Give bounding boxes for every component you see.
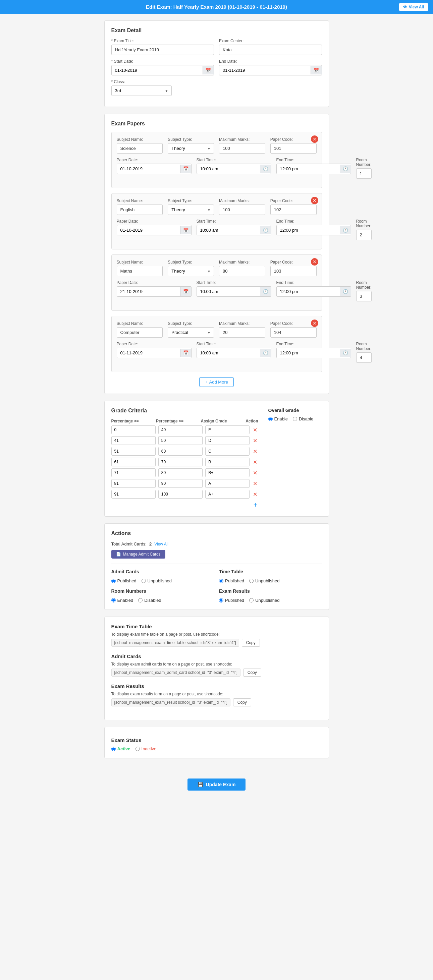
- paper3-start-time-input[interactable]: [197, 286, 260, 296]
- grade2-assign-input[interactable]: [205, 436, 250, 445]
- view-all-button[interactable]: 👁 View All: [399, 3, 428, 11]
- grade7-assign-input[interactable]: [205, 490, 250, 498]
- paper2-start-time-clock-icon[interactable]: 🕐: [260, 226, 271, 234]
- time-table-published-label[interactable]: Published: [219, 578, 244, 583]
- grade6-delete-button[interactable]: ✕: [252, 480, 258, 487]
- paper4-room-number-input[interactable]: [356, 352, 372, 363]
- paper1-start-time-input[interactable]: [197, 164, 260, 174]
- paper2-end-time-input[interactable]: [277, 225, 340, 235]
- grade2-pct-lte-input[interactable]: [158, 436, 202, 445]
- paper3-start-time-clock-icon[interactable]: 🕐: [260, 287, 271, 296]
- room-numbers-enabled-radio[interactable]: [111, 598, 116, 603]
- time-table-unpublished-label[interactable]: Unpublished: [249, 578, 279, 583]
- paper4-paper-date-cal-icon[interactable]: 📅: [180, 349, 191, 357]
- grade4-delete-button[interactable]: ✕: [252, 458, 258, 466]
- paper3-subject-type-select[interactable]: Theory Practical: [168, 266, 214, 276]
- room-numbers-enabled-label[interactable]: Enabled: [111, 598, 134, 603]
- grade6-assign-input[interactable]: [205, 479, 250, 488]
- paper3-end-time-field[interactable]: 🕐: [276, 286, 351, 297]
- paper3-subject-name-input[interactable]: [117, 266, 163, 276]
- paper3-end-time-clock-icon[interactable]: 🕐: [340, 287, 351, 296]
- start-date-field[interactable]: 📅: [111, 65, 214, 75]
- grade7-pct-gte-input[interactable]: [111, 490, 156, 498]
- remove-paper-1-button[interactable]: ✕: [311, 135, 318, 143]
- paper4-start-time-field[interactable]: 🕐: [197, 348, 271, 358]
- paper3-start-time-field[interactable]: 🕐: [197, 286, 271, 297]
- admit-cards-copy-button[interactable]: Copy: [243, 668, 261, 676]
- paper2-paper-date-cal-icon[interactable]: 📅: [180, 226, 191, 234]
- paper1-end-time-input[interactable]: [277, 164, 340, 174]
- paper2-end-time-clock-icon[interactable]: 🕐: [340, 226, 351, 234]
- paper3-room-number-input[interactable]: [356, 291, 372, 301]
- exam-results-copy-button[interactable]: Copy: [233, 698, 251, 706]
- exam-status-active-radio[interactable]: [111, 747, 116, 751]
- grade6-pct-lte-input[interactable]: [158, 479, 202, 488]
- paper1-max-marks-input[interactable]: [219, 143, 265, 154]
- time-table-published-radio[interactable]: [219, 579, 223, 583]
- grade2-pct-gte-input[interactable]: [111, 436, 156, 445]
- paper2-start-time-input[interactable]: [197, 225, 260, 235]
- paper3-paper-date-cal-icon[interactable]: 📅: [180, 287, 191, 296]
- paper2-subject-name-input[interactable]: [117, 205, 163, 215]
- admit-cards-unpublished-label[interactable]: Unpublished: [142, 578, 172, 583]
- paper4-end-time-input[interactable]: [277, 348, 340, 358]
- end-date-field[interactable]: 📅: [219, 65, 322, 75]
- grade5-pct-lte-input[interactable]: [158, 468, 202, 477]
- paper1-room-number-input[interactable]: [356, 168, 372, 179]
- exam-results-published-radio[interactable]: [219, 598, 223, 603]
- paper2-max-marks-input[interactable]: [219, 205, 265, 215]
- grade5-delete-button[interactable]: ✕: [252, 469, 258, 477]
- overall-grade-disable-radio[interactable]: [293, 417, 297, 421]
- paper1-subject-name-input[interactable]: [117, 143, 163, 154]
- remove-paper-4-button[interactable]: ✕: [311, 320, 318, 327]
- grade4-assign-input[interactable]: [205, 458, 250, 466]
- paper2-subject-type-wrapper[interactable]: Theory Practical: [168, 205, 214, 215]
- manage-admit-cards-button[interactable]: 📄 Manage Admit Cards: [111, 550, 166, 558]
- grade5-pct-gte-input[interactable]: [111, 468, 156, 477]
- overall-grade-disable-label[interactable]: Disable: [293, 417, 313, 422]
- grade3-delete-button[interactable]: ✕: [252, 448, 258, 455]
- paper4-end-time-field[interactable]: 🕐: [276, 348, 351, 358]
- paper2-room-number-input[interactable]: [356, 230, 372, 240]
- remove-paper-3-button[interactable]: ✕: [311, 258, 318, 266]
- paper1-paper-date-input[interactable]: [117, 164, 180, 174]
- class-select-wrapper[interactable]: 3rd: [111, 86, 172, 96]
- paper2-paper-date-input[interactable]: [117, 225, 180, 235]
- paper4-start-time-input[interactable]: [197, 348, 260, 358]
- paper4-max-marks-input[interactable]: [219, 327, 265, 337]
- exam-status-inactive-radio[interactable]: [135, 747, 140, 751]
- grade4-pct-gte-input[interactable]: [111, 458, 156, 466]
- paper2-start-time-field[interactable]: 🕐: [197, 225, 271, 235]
- paper4-subject-name-input[interactable]: [117, 327, 163, 337]
- paper2-end-time-field[interactable]: 🕐: [276, 225, 351, 235]
- paper3-end-time-input[interactable]: [277, 286, 340, 296]
- admit-cards-unpublished-radio[interactable]: [142, 579, 146, 583]
- exam-title-input[interactable]: [111, 45, 214, 55]
- paper2-paper-code-input[interactable]: [270, 205, 317, 215]
- exam-results-published-label[interactable]: Published: [219, 598, 244, 603]
- exam-time-table-copy-button[interactable]: Copy: [242, 639, 260, 647]
- paper3-paper-date-input[interactable]: [117, 286, 180, 296]
- paper3-paper-code-input[interactable]: [270, 266, 317, 276]
- admit-cards-published-label[interactable]: Published: [111, 578, 137, 583]
- paper4-paper-code-input[interactable]: [270, 327, 317, 337]
- exam-status-inactive-label[interactable]: Inactive: [135, 746, 157, 751]
- exam-center-input[interactable]: [219, 45, 322, 55]
- class-select[interactable]: 3rd: [111, 86, 172, 96]
- paper1-start-time-field[interactable]: 🕐: [197, 164, 271, 174]
- grade6-pct-gte-input[interactable]: [111, 479, 156, 488]
- add-grade-button[interactable]: +: [253, 501, 258, 510]
- paper1-end-time-field[interactable]: 🕐: [276, 164, 351, 174]
- paper1-start-time-clock-icon[interactable]: 🕐: [260, 165, 271, 173]
- grade2-delete-button[interactable]: ✕: [252, 437, 258, 445]
- paper4-paper-date-field[interactable]: 📅: [117, 348, 191, 358]
- grade1-delete-button[interactable]: ✕: [252, 426, 258, 434]
- room-numbers-disabled-radio[interactable]: [138, 598, 143, 603]
- update-exam-button[interactable]: 💾 Update Exam: [188, 778, 246, 791]
- paper2-paper-date-field[interactable]: 📅: [117, 225, 191, 235]
- remove-paper-2-button[interactable]: ✕: [311, 197, 318, 204]
- paper1-end-time-clock-icon[interactable]: 🕐: [340, 165, 351, 173]
- exam-status-active-label[interactable]: Active: [111, 746, 131, 751]
- paper1-subject-type-select[interactable]: Theory Practical: [168, 143, 214, 154]
- paper3-paper-date-field[interactable]: 📅: [117, 286, 191, 297]
